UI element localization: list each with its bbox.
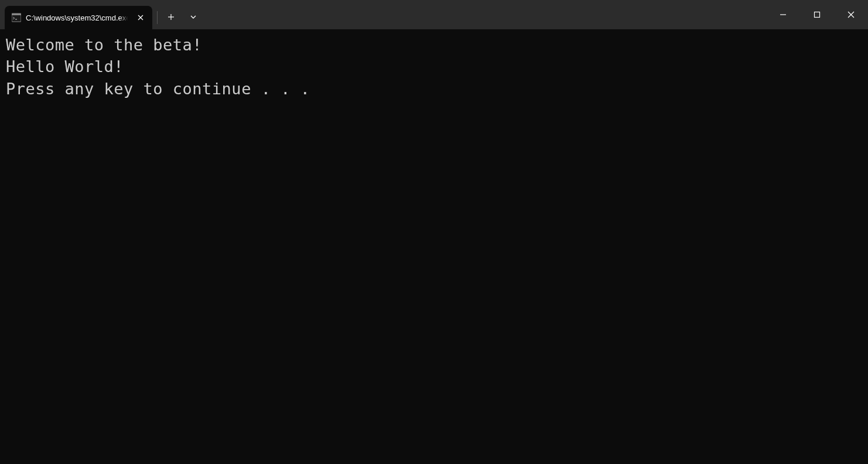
tab-title: C:\windows\system32\cmd.exe	[26, 13, 130, 22]
terminal-content[interactable]: Welcome to the beta! Hello World! Press …	[0, 29, 868, 464]
svg-rect-8	[815, 12, 820, 18]
terminal-line: Welcome to the beta!	[6, 34, 862, 56]
titlebar: C:\windows\system32\cmd.exe	[0, 0, 868, 29]
terminal-line: Hello World!	[6, 56, 862, 77]
tab-divider	[157, 11, 158, 24]
tab-cmd[interactable]: C:\windows\system32\cmd.exe	[5, 6, 152, 29]
tab-close-button[interactable]	[135, 12, 146, 23]
minimize-button[interactable]	[766, 0, 800, 29]
svg-rect-1	[12, 13, 21, 15]
terminal-line: Press any key to continue . . .	[6, 78, 862, 100]
cmd-icon	[12, 13, 21, 22]
tab-dropdown-button[interactable]	[182, 6, 204, 28]
maximize-button[interactable]	[800, 0, 834, 29]
window-controls	[766, 0, 868, 29]
tab-area: C:\windows\system32\cmd.exe	[0, 0, 204, 29]
new-tab-button[interactable]	[160, 6, 182, 28]
close-button[interactable]	[834, 0, 868, 29]
